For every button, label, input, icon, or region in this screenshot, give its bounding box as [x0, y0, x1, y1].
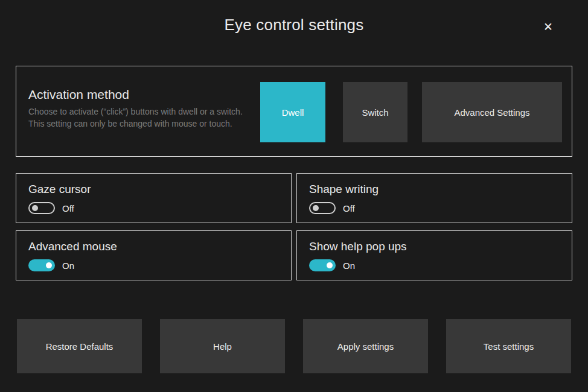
page-title: Eye control settings [0, 16, 588, 34]
advanced-mouse-state: On [62, 261, 74, 271]
gaze-cursor-toggle-row: Off [28, 202, 279, 214]
gaze-cursor-card: Gaze cursor Off [16, 173, 292, 223]
advanced-mouse-label: Advanced mouse [28, 240, 279, 253]
toggle-knob [32, 205, 38, 211]
show-help-popups-label: Show help pop ups [309, 240, 560, 253]
activation-method-title: Activation method [28, 87, 246, 102]
close-icon: ✕ [543, 20, 553, 34]
show-help-popups-card: Show help pop ups On [296, 230, 572, 280]
help-button[interactable]: Help [160, 319, 285, 373]
advanced-mouse-toggle[interactable] [28, 259, 55, 271]
toggle-knob [46, 262, 52, 268]
restore-defaults-button[interactable]: Restore Defaults [17, 319, 142, 373]
shape-writing-toggle[interactable] [309, 202, 336, 214]
shape-writing-label: Shape writing [309, 183, 560, 196]
show-help-popups-toggle-row: On [309, 259, 560, 271]
eye-control-settings-dialog: Eye control settings ✕ Activation method… [0, 0, 588, 392]
advanced-mouse-toggle-row: On [28, 259, 279, 271]
switch-option-button[interactable]: Switch [343, 82, 407, 142]
activation-method-description: Choose to activate (“click”) buttons wit… [28, 106, 246, 130]
footer-button-row: Restore Defaults Help Apply settings Tes… [17, 319, 571, 373]
toggle-knob [313, 205, 319, 211]
show-help-popups-toggle[interactable] [309, 259, 336, 271]
shape-writing-state: Off [343, 203, 355, 213]
shape-writing-toggle-row: Off [309, 202, 560, 214]
gaze-cursor-toggle[interactable] [28, 202, 55, 214]
dwell-option-button[interactable]: Dwell [260, 82, 325, 142]
test-settings-button[interactable]: Test settings [446, 319, 571, 373]
show-help-popups-state: On [343, 261, 355, 271]
toggle-knob [327, 262, 333, 268]
close-button[interactable]: ✕ [540, 18, 557, 35]
gaze-cursor-label: Gaze cursor [28, 183, 279, 196]
advanced-mouse-card: Advanced mouse On [16, 230, 292, 280]
activation-method-text: Activation method Choose to activate (“c… [28, 87, 246, 130]
gaze-cursor-state: Off [62, 203, 74, 213]
shape-writing-card: Shape writing Off [296, 173, 572, 223]
activation-method-panel: Activation method Choose to activate (“c… [16, 66, 572, 157]
apply-settings-button[interactable]: Apply settings [303, 319, 428, 373]
advanced-settings-option-button[interactable]: Advanced Settings [422, 82, 562, 142]
